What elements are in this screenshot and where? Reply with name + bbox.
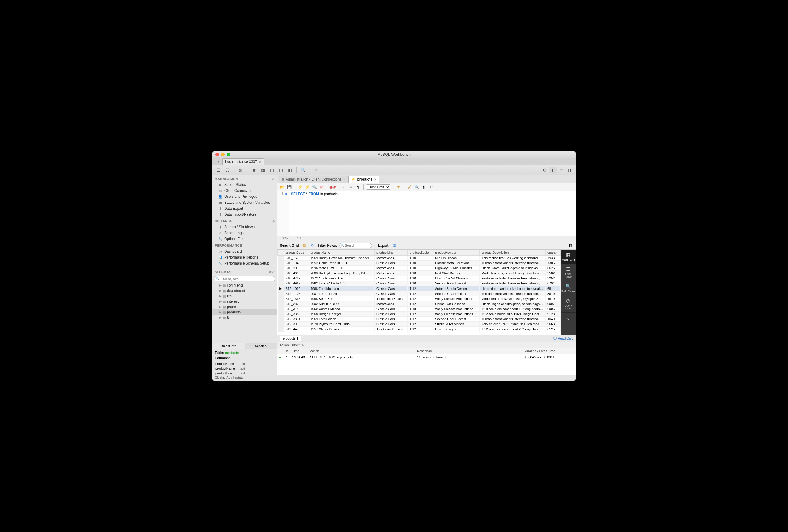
close-window-button[interactable] bbox=[215, 153, 219, 156]
column-header[interactable]: productName bbox=[309, 250, 374, 256]
column-header[interactable]: productVendor bbox=[433, 250, 479, 256]
table-row[interactable]: S10_47571972 Alfa Romeo GTAClassic Cars1… bbox=[278, 276, 561, 281]
column-header[interactable]: productDescription bbox=[479, 250, 545, 256]
side-tab[interactable]: ☰Form Editor bbox=[561, 264, 576, 281]
schema-table-item[interactable]: ▶▦ department bbox=[212, 288, 277, 293]
zoom-window-button[interactable] bbox=[226, 153, 230, 156]
close-icon[interactable]: ✕ bbox=[343, 178, 345, 181]
table-row[interactable]: S10_20161996 Moto Guzzi 1100iMotorcycles… bbox=[278, 266, 561, 271]
schema-table-item[interactable]: ▶▦ field bbox=[212, 293, 277, 299]
sidebar-item[interactable]: ▶Server Status bbox=[212, 182, 277, 188]
open-sql-button[interactable]: ☷ bbox=[224, 166, 231, 174]
result-grid[interactable]: productCodeproductNameproductLineproduct… bbox=[277, 250, 561, 335]
toggle-output-button[interactable]: ◨ bbox=[566, 166, 573, 174]
search-table-button[interactable]: 🔍 bbox=[300, 166, 307, 174]
query-tab-admin[interactable]: Administration - Client Connections ✕ bbox=[279, 176, 348, 183]
column-header[interactable]: quantit bbox=[546, 250, 561, 256]
sidebar-item[interactable]: ⎚Client Connections bbox=[212, 188, 277, 194]
side-tab[interactable]: 🔍Field Types bbox=[561, 281, 576, 295]
new-sql-tab-button[interactable]: ☰ bbox=[215, 166, 222, 174]
rollback-button[interactable]: ✕ bbox=[348, 184, 354, 190]
schema-table-item[interactable]: ▶▦ products bbox=[212, 310, 277, 315]
schema-filter-input[interactable] bbox=[214, 276, 275, 281]
table-row[interactable]: S12_38911969 Ford FalconClassic Cars1:12… bbox=[278, 317, 561, 322]
settings-button[interactable]: ⚙ bbox=[541, 166, 548, 174]
expand-icon[interactable]: ▶ bbox=[219, 284, 222, 287]
export-button[interactable]: ▦ bbox=[392, 242, 398, 249]
toggle-autocommit-button[interactable]: ◉◉ bbox=[330, 184, 336, 190]
chevron-icon[interactable]: ⇅ bbox=[301, 343, 304, 347]
find-button[interactable]: 🔍 bbox=[414, 184, 420, 190]
brush-icon[interactable]: 🖌 bbox=[407, 184, 412, 190]
column-header[interactable]: productLine bbox=[375, 250, 408, 256]
expand-icon[interactable]: ▶ bbox=[219, 289, 222, 292]
sidebar-item[interactable]: 👤Users and Privileges bbox=[212, 194, 277, 200]
sidebar-item[interactable]: ⤒Data Import/Restore bbox=[212, 212, 277, 217]
collapse-icon[interactable]: ⤢ bbox=[272, 177, 275, 180]
zoom-level[interactable]: 100% bbox=[277, 237, 291, 240]
inspector-button[interactable]: ◍ bbox=[237, 166, 244, 174]
reconnect-button[interactable]: ⟳ bbox=[313, 166, 320, 174]
create-procedure-button[interactable]: ◫ bbox=[277, 166, 284, 174]
limit-rows-select[interactable]: Don't Limit bbox=[366, 184, 390, 190]
create-view-button[interactable]: ▥ bbox=[268, 166, 275, 174]
refresh-icon[interactable]: ⟳ bbox=[310, 242, 316, 249]
table-row[interactable]: S10_16781969 Harley Davidson Ultimate Ch… bbox=[278, 256, 561, 261]
sidebar-item[interactable]: 🔧Options File bbox=[212, 236, 277, 242]
table-row[interactable]: S10_19491952 Alpine Renault 1300Classic … bbox=[278, 261, 561, 266]
object-info-tab[interactable]: Object Info bbox=[212, 343, 245, 349]
minimize-window-button[interactable] bbox=[221, 153, 224, 156]
output-row[interactable]: ● 1 19:04:48 SELECT * FROM ta.products 1… bbox=[277, 354, 576, 360]
sidebar-item[interactable]: ⤓Data Export bbox=[212, 205, 277, 212]
table-row[interactable]: ▶S12_10991968 Ford MustangClassic Cars1:… bbox=[278, 286, 561, 291]
home-button[interactable]: ⌂ bbox=[214, 158, 221, 165]
table-row[interactable]: S10_49621962 LanciaA Delta 16VClassic Ca… bbox=[278, 281, 561, 286]
table-row[interactable]: S10_46982003 Harley-Davidson Eagle Drag … bbox=[278, 271, 561, 276]
toggle-invisible-button[interactable]: ¶ bbox=[421, 184, 427, 190]
execute-current-button[interactable]: ⚡̲ bbox=[304, 184, 310, 190]
execute-button[interactable]: ⚡ bbox=[297, 184, 303, 190]
table-row[interactable]: S12_33801968 Dodge ChargerClassic Cars1:… bbox=[278, 312, 561, 317]
close-icon[interactable]: ✕ bbox=[374, 178, 376, 181]
wrap-button[interactable]: ↩ bbox=[428, 184, 434, 190]
side-tab[interactable]: ▦Result Grid bbox=[561, 250, 576, 264]
create-table-button[interactable]: ▦ bbox=[259, 166, 267, 174]
schema-table-item[interactable]: ▶▦ tt bbox=[212, 315, 277, 320]
sidebar-item[interactable]: ◷Dashboard bbox=[212, 249, 277, 254]
table-row[interactable]: S12_44731957 Chevy PickupTrucks and Buse… bbox=[278, 327, 561, 332]
table-row[interactable]: S12_28232002 Suzuki XREOMotorcycles1:12U… bbox=[278, 301, 561, 307]
schema-table-item[interactable]: ▶▦ interest bbox=[212, 299, 277, 304]
toggle-sidebar-button[interactable]: ◧ bbox=[549, 166, 557, 174]
session-tab[interactable]: Session bbox=[245, 343, 277, 349]
result-tab[interactable]: products 1 bbox=[280, 336, 301, 341]
save-file-button[interactable]: 💾 bbox=[286, 184, 292, 190]
beautify-button[interactable]: ★ bbox=[395, 184, 401, 190]
grid-view-icon[interactable]: ▦ bbox=[301, 242, 307, 249]
sidebar-item[interactable]: ⚠Server Logs bbox=[212, 230, 277, 236]
refresh-schemas-icon[interactable]: ⟳ ⤢ bbox=[269, 270, 275, 274]
stop-button[interactable]: ⊘ bbox=[319, 184, 324, 190]
schema-table-item[interactable]: ▶▦ paper bbox=[212, 304, 277, 310]
sql-editor[interactable]: 1 SELECT * FROM ta.products; bbox=[277, 191, 576, 236]
create-function-button[interactable]: ◧ bbox=[286, 166, 293, 174]
expand-icon[interactable]: ▶ bbox=[219, 300, 222, 303]
column-header[interactable]: productCode bbox=[283, 250, 309, 256]
create-schema-button[interactable]: ▣ bbox=[251, 166, 258, 174]
table-row[interactable]: S12_39901970 Plymouth Hemi CudaClassic C… bbox=[278, 322, 561, 327]
toggle-cell-wrap-button[interactable]: ◧ bbox=[567, 242, 573, 249]
table-row[interactable]: S12_31481969 Corvair MonzaClassic Cars1:… bbox=[278, 307, 561, 312]
expand-icon[interactable]: ▶ bbox=[219, 316, 222, 319]
commit-button[interactable]: ✓ bbox=[341, 184, 347, 190]
sidebar-item[interactable]: 📊Performance Reports bbox=[212, 254, 277, 260]
table-row[interactable]: S12_16661958 Setra BusTrucks and Buses1:… bbox=[278, 296, 561, 301]
connection-tab[interactable]: Local instance 3307 ✕ bbox=[222, 158, 264, 165]
sidebar-item[interactable]: ≣Status and System Variables bbox=[212, 200, 277, 205]
query-tab-products[interactable]: ⚡ products ✕ bbox=[349, 176, 379, 183]
table-row[interactable]: S12_11082001 Ferrari EnzoClassic Cars1:1… bbox=[278, 291, 561, 296]
side-tab[interactable]: ⌄ bbox=[561, 313, 576, 324]
sidebar-item[interactable]: 🔧Performance Schema Setup bbox=[212, 260, 277, 266]
schema-table-item[interactable]: ▶▦ comments bbox=[212, 283, 277, 288]
side-tab[interactable]: ◴Query Stats bbox=[561, 295, 576, 313]
expand-icon[interactable]: ▶ bbox=[219, 295, 222, 298]
sidebar-item[interactable]: ▮Startup / Shutdown bbox=[212, 224, 277, 230]
